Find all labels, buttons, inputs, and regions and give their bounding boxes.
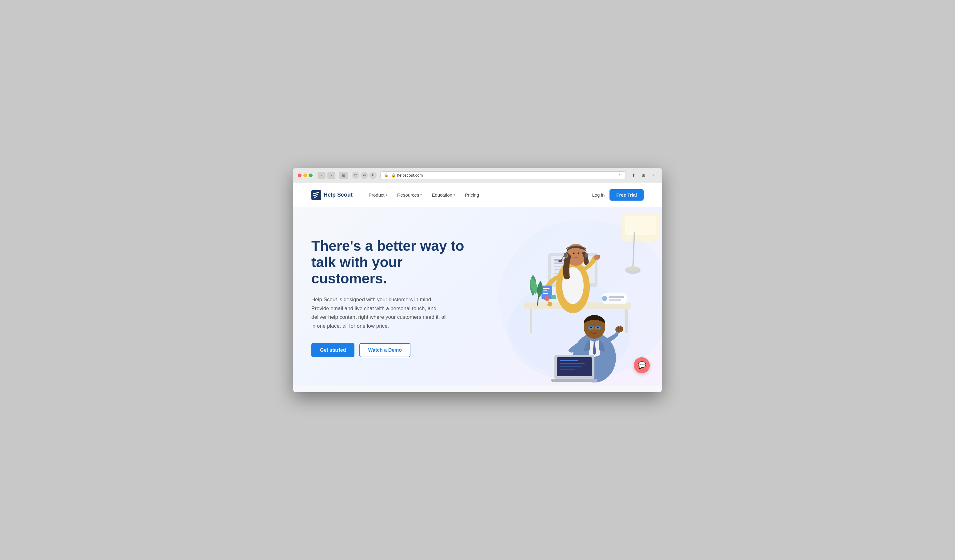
svg-point-60 (627, 266, 639, 271)
svg-point-20 (573, 253, 575, 254)
svg-rect-26 (559, 260, 562, 262)
nav-product-label: Product (369, 192, 385, 197)
hero-subtitle: Help Scout is designed with your custome… (312, 296, 447, 331)
close-button[interactable] (298, 174, 302, 177)
svg-rect-28 (598, 255, 600, 258)
logo-icon (312, 190, 321, 200)
chat-button[interactable]: 💬 (634, 357, 650, 373)
logo-text: Help Scout (324, 192, 352, 198)
nav-resources[interactable]: Resources ▾ (393, 190, 426, 200)
nav-education[interactable]: Education ▾ (428, 190, 459, 200)
nav-auth: Log in Free Trial (592, 189, 643, 200)
watch-demo-button[interactable]: Watch a Demo (359, 343, 410, 357)
adblock-extension-icon[interactable]: ⊘ (360, 172, 368, 179)
svg-rect-6 (625, 309, 628, 333)
education-chevron-icon: ▾ (454, 193, 455, 197)
logo-stripes (313, 192, 320, 198)
minimize-button[interactable] (303, 174, 307, 177)
svg-rect-3 (625, 216, 656, 235)
new-tab-button[interactable]: ⊞ (639, 172, 647, 179)
nav-pricing[interactable]: Pricing (461, 190, 483, 200)
back-button[interactable]: ‹ (318, 172, 326, 179)
hero-title: There's a better way to talk with your c… (312, 238, 465, 287)
address-bar[interactable]: 🔒 🔒 helpscout.com ↻ (380, 171, 626, 179)
main-navigation: Help Scout Product ▾ Resources ▾ Educati… (293, 183, 662, 207)
nav-education-label: Education (432, 192, 452, 197)
product-chevron-icon: ▾ (386, 193, 387, 197)
sync-extension-icon[interactable]: ↻ (369, 172, 377, 179)
ssl-lock-icon: 🔒 (384, 173, 388, 177)
free-trial-button[interactable]: Free Trial (609, 189, 643, 200)
svg-point-62 (602, 296, 607, 301)
svg-rect-63 (609, 296, 624, 298)
svg-rect-52 (560, 369, 575, 370)
refresh-icon[interactable]: ↻ (618, 173, 622, 178)
extension-icons: 🛡 ⊘ ↻ (352, 172, 377, 179)
browser-window: ‹ › ⊟ 🛡 ⊘ ↻ 🔒 🔒 helpscout.com ↻ ⬆ ⊞ + (293, 168, 662, 392)
svg-rect-45 (620, 325, 622, 330)
svg-rect-31 (543, 291, 548, 291)
nav-pricing-label: Pricing (465, 192, 479, 197)
svg-rect-51 (560, 366, 581, 367)
tab-list-button[interactable]: ⊟ (339, 172, 348, 179)
get-started-button[interactable]: Get started (312, 343, 354, 357)
svg-rect-5 (530, 309, 532, 333)
hero-content: There's a better way to talk with your c… (312, 232, 465, 357)
forward-button[interactable]: › (327, 172, 335, 179)
svg-rect-55 (544, 296, 549, 301)
svg-rect-44 (617, 326, 619, 330)
hero-buttons: Get started Watch a Demo (312, 343, 465, 357)
url-text: 🔒 helpscout.com (391, 173, 423, 178)
add-tab-button[interactable]: + (649, 172, 657, 179)
resources-chevron-icon: ▾ (420, 193, 422, 197)
window-controls (298, 174, 313, 177)
svg-rect-46 (622, 327, 623, 331)
svg-point-21 (578, 253, 579, 254)
browser-action-buttons: ⬆ ⊞ + (629, 172, 657, 179)
illustration-svg (462, 207, 662, 386)
hero-illustration (462, 207, 662, 386)
share-button[interactable]: ⬆ (629, 172, 637, 179)
svg-rect-56 (551, 294, 556, 299)
maximize-button[interactable] (309, 174, 313, 177)
nav-product[interactable]: Product ▾ (365, 190, 391, 200)
hero-section: There's a better way to talk with your c… (293, 207, 662, 386)
svg-rect-53 (551, 379, 598, 382)
svg-rect-64 (609, 299, 621, 301)
logo-stripe-2 (313, 194, 318, 196)
login-link[interactable]: Log in (592, 192, 604, 197)
svg-point-41 (590, 327, 592, 328)
nav-links: Product ▾ Resources ▾ Education ▾ Pricin… (365, 190, 592, 200)
svg-point-42 (597, 327, 599, 328)
browser-navigation: ‹ › (318, 172, 335, 179)
chat-icon: 💬 (638, 361, 646, 369)
shield-extension-icon[interactable]: 🛡 (352, 172, 359, 179)
logo-stripe-3 (314, 196, 318, 198)
svg-rect-30 (543, 288, 550, 289)
svg-rect-24 (585, 253, 588, 258)
svg-rect-50 (560, 363, 585, 364)
nav-resources-label: Resources (397, 192, 420, 197)
svg-rect-23 (564, 253, 567, 258)
svg-rect-49 (560, 360, 578, 361)
logo[interactable]: Help Scout (312, 190, 352, 200)
website-content: Help Scout Product ▾ Resources ▾ Educati… (293, 183, 662, 392)
browser-titlebar: ‹ › ⊟ 🛡 ⊘ ↻ 🔒 🔒 helpscout.com ↻ ⬆ ⊞ + (293, 168, 662, 183)
